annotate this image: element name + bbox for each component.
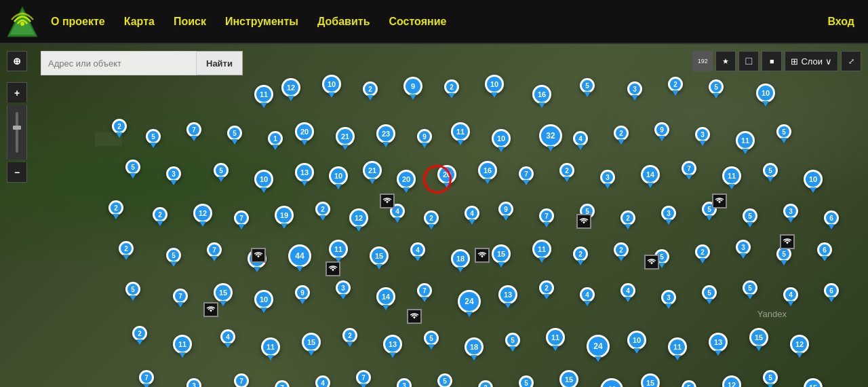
map-marker[interactable]: 13 [709,333,728,356]
map-marker[interactable]: 2 [132,326,147,345]
map-marker[interactable]: 3 [397,378,412,387]
map-marker[interactable]: 3 [736,240,751,259]
map-marker[interactable]: 14 [376,287,395,310]
search-input[interactable] [41,51,197,75]
map-marker[interactable]: 24 [587,335,610,362]
map-marker[interactable]: 4 [410,242,425,261]
nav-add[interactable]: Добавить [317,16,370,28]
map-marker[interactable]: 5 [682,380,696,387]
map-marker[interactable]: 13 [498,285,517,308]
map-marker[interactable]: 13 [383,335,402,358]
map-marker[interactable]: 4 [573,131,588,150]
map-marker[interactable]: 21 [336,127,355,150]
map-marker[interactable]: 2 [695,244,710,263]
map-marker[interactable]: 5 [214,163,229,182]
nav-about[interactable]: О проекте [51,16,105,28]
map-marker[interactable]: 7 [275,380,290,387]
map-marker[interactable]: 12 [349,208,368,232]
map-marker[interactable]: 2 [559,163,574,182]
map-marker[interactable]: 11 [532,240,551,263]
screenshot-button[interactable]: □ [738,51,759,71]
wifi-marker[interactable] [644,255,659,270]
map-marker[interactable]: 5 [580,78,595,97]
map-marker[interactable]: 10 [627,331,646,354]
map-marker[interactable]: 41 [600,378,623,387]
map-marker[interactable]: 6 [824,283,839,302]
map-marker[interactable]: 7 [519,166,534,185]
map-marker[interactable]: 5 [776,246,791,265]
map-marker[interactable]: 9 [654,122,669,141]
map-marker[interactable]: 14 [641,165,660,188]
map-marker[interactable]: 5 [437,373,452,387]
map-marker[interactable]: 5 [702,285,717,304]
wifi-marker[interactable] [407,309,422,324]
map-marker[interactable]: 2 [315,202,330,221]
map-marker[interactable]: 5 [505,333,520,352]
map-marker[interactable]: 10 [254,290,273,313]
map-marker[interactable]: 11 [261,337,280,361]
square-button[interactable]: ■ [762,51,782,71]
map-marker[interactable]: 15 [492,244,511,268]
map-marker[interactable]: 5 [776,124,791,143]
map-marker[interactable]: 6 [817,242,832,261]
map-marker[interactable]: 2 [444,79,459,98]
map-marker[interactable]: 4 [783,287,798,306]
map-marker[interactable]: 4 [220,329,235,348]
map-marker[interactable]: 7 [173,289,188,308]
map-marker[interactable]: 2 [108,200,123,219]
map-marker[interactable]: 7 [234,210,249,229]
map-marker[interactable]: 7 [234,373,249,387]
map-marker[interactable]: 2 [112,119,127,138]
map-marker[interactable]: 2 [573,246,588,265]
map-marker[interactable]: 5 [125,160,140,179]
map-marker[interactable]: 12 [193,204,212,227]
search-button[interactable]: Найти [197,51,243,75]
star-button[interactable]: ★ [715,51,736,71]
map-marker[interactable]: 12 [281,78,300,101]
map-marker[interactable]: 10 [485,75,504,98]
map-marker[interactable]: 10 [329,166,348,189]
map-marker[interactable]: 7 [186,122,201,141]
map-marker[interactable]: 10 [254,170,273,193]
map-marker[interactable]: 9 [417,129,432,148]
map-marker[interactable]: 7 [207,242,222,261]
nav-map[interactable]: Карта [124,16,155,28]
map-marker[interactable]: 21 [363,161,382,184]
map-marker[interactable]: 7 [417,283,432,302]
map-marker[interactable]: 4 [465,206,479,225]
map-marker[interactable]: 7 [539,208,554,227]
map-marker[interactable]: 12 [722,375,741,387]
map-marker[interactable]: 3 [661,206,676,225]
map-marker[interactable]: 7 [139,370,154,387]
map-marker[interactable]: 3 [661,290,676,309]
map-marker[interactable]: 18 [451,249,470,272]
map-marker[interactable]: 11 [736,131,755,154]
map-marker[interactable]: 15 [302,333,321,356]
map-marker[interactable]: 5 [146,129,161,148]
map-marker[interactable]: 2 [424,210,439,229]
map-marker[interactable]: 3 [478,380,493,387]
map-marker[interactable]: 7 [682,161,696,180]
map-marker[interactable]: 5 [227,126,242,145]
map-marker[interactable]: 4 [620,283,635,302]
map-marker[interactable]: 24 [458,290,481,317]
highlighted-marker[interactable] [423,165,452,194]
map-marker[interactable]: 23 [376,124,395,147]
wifi-marker[interactable] [576,214,591,229]
map-marker[interactable]: 3 [627,81,642,100]
wifi-marker[interactable] [203,302,218,317]
map-marker[interactable]: 13 [295,163,314,186]
map-marker[interactable]: 3 [186,378,201,387]
map-marker[interactable]: 15 [749,328,768,351]
map-marker[interactable]: 10 [804,170,823,193]
logo[interactable] [0,0,44,43]
map-marker[interactable]: 5 [424,331,439,350]
nav-status[interactable]: Состояние [389,16,446,28]
map-marker[interactable]: 2 [620,210,635,229]
map-marker[interactable]: 20 [295,122,314,145]
nav-tools[interactable]: Инструменты [225,16,298,28]
map-marker[interactable]: 32 [539,124,562,151]
map-marker[interactable]: 3 [783,204,798,223]
map-marker[interactable]: 5 [743,280,757,299]
map-marker[interactable]: 5 [519,375,534,387]
